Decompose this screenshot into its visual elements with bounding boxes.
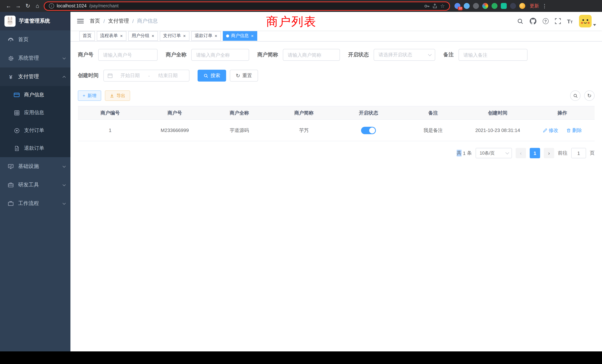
gear-icon xyxy=(7,55,15,61)
extension-icon-6[interactable] xyxy=(501,3,507,9)
page-size-select[interactable]: 10条/页 xyxy=(476,148,512,158)
sidebar-item-pay-order[interactable]: 支付订单 xyxy=(0,122,70,139)
reset-button[interactable]: ↻ 重置 xyxy=(230,70,258,82)
sidebar-item-home[interactable]: 首页 xyxy=(0,30,70,49)
pencil-icon xyxy=(543,128,547,132)
document-icon xyxy=(13,146,21,151)
app-shell: 芋道管理系统 首页 系统管理 ¥ 支付管理 xyxy=(0,12,602,351)
share-icon[interactable] xyxy=(432,3,438,9)
browser-reload-icon[interactable]: ↻ xyxy=(23,0,33,12)
help-icon[interactable]: ? xyxy=(542,18,548,24)
sidebar-item-dev-tools[interactable]: 研发工具 xyxy=(0,176,70,194)
github-icon[interactable] xyxy=(529,18,536,24)
address-bar[interactable]: i localhost:1024/pay/merchant ☆ xyxy=(44,1,450,11)
close-icon[interactable]: × xyxy=(151,33,155,38)
sidebar-item-label: 退款订单 xyxy=(24,145,65,152)
pagination: 共 1 条 10条/页 ‹ 1 › 前往 页 xyxy=(78,148,595,158)
extension-icon-3[interactable] xyxy=(473,3,479,9)
col-status: 开启状态 xyxy=(336,106,401,119)
breadcrumb-payment[interactable]: 支付管理 xyxy=(108,18,129,24)
date-start-placeholder: 开始日期 xyxy=(113,72,148,79)
password-key-icon[interactable] xyxy=(424,3,430,9)
refresh-table-button[interactable]: ↻ xyxy=(584,90,595,101)
sidebar-item-refund-order[interactable]: 退款订单 xyxy=(0,139,70,157)
add-button[interactable]: + 新增 xyxy=(78,90,101,101)
extension-icon-2[interactable] xyxy=(464,3,470,9)
sidebar-item-label: 支付订单 xyxy=(24,127,65,134)
tab-pay-order[interactable]: 支付订单 × xyxy=(160,31,189,41)
tab-process-form[interactable]: 流程表单 × xyxy=(97,31,126,41)
sidebar-item-label: 首页 xyxy=(18,36,65,43)
active-dot-icon xyxy=(226,34,229,37)
sidebar-item-app-info[interactable]: 应用信息 xyxy=(0,104,70,122)
extension-icon-1[interactable]: 10 xyxy=(454,3,460,9)
extension-icon-8[interactable] xyxy=(519,3,525,9)
toggle-search-button[interactable] xyxy=(570,90,580,101)
date-range-picker[interactable]: 开始日期 - 结束日期 xyxy=(103,70,189,82)
bank-card-icon xyxy=(13,92,21,98)
remark-input[interactable] xyxy=(459,49,527,61)
fullscreen-icon[interactable] xyxy=(555,18,561,24)
prev-page-button[interactable]: ‹ xyxy=(516,148,526,158)
extension-icon-4[interactable] xyxy=(482,3,488,9)
export-button[interactable]: 导出 xyxy=(105,90,130,101)
reset-button-label: 重置 xyxy=(242,72,252,79)
close-icon[interactable]: × xyxy=(214,33,218,38)
browser-home-icon[interactable]: ⌂ xyxy=(33,0,42,12)
site-info-icon[interactable]: i xyxy=(49,3,54,9)
pagination-total: 共 1 条 xyxy=(457,150,472,156)
tab-label: 退款订单 xyxy=(195,33,212,39)
grid-icon xyxy=(13,110,21,116)
sidebar-item-infrastructure[interactable]: 基础设施 xyxy=(0,157,70,176)
edit-button[interactable]: 修改 xyxy=(543,127,558,134)
sidebar-item-workflow[interactable]: 工作流程 xyxy=(0,194,70,213)
goto-page-input[interactable] xyxy=(571,148,586,158)
cell-short-name: 芋艿 xyxy=(272,119,336,141)
breadcrumb-home[interactable]: 首页 xyxy=(90,18,100,24)
close-icon[interactable]: × xyxy=(251,33,254,38)
sidebar-item-system[interactable]: 系统管理 xyxy=(0,49,70,67)
merchant-no-input[interactable] xyxy=(98,49,158,61)
merchant-table: 商户编号 商户号 商户全称 商户简称 开启状态 备注 创建时间 操作 1 xyxy=(78,106,595,141)
next-page-button[interactable]: › xyxy=(544,148,554,158)
font-size-icon[interactable]: TT xyxy=(567,18,573,24)
app-title: 芋道管理系统 xyxy=(19,18,50,24)
payment-submenu: 商户信息 应用信息 支付订单 xyxy=(0,86,70,157)
close-icon[interactable]: × xyxy=(120,33,123,38)
delete-button-label: 删除 xyxy=(572,127,582,134)
short-name-input[interactable] xyxy=(283,49,340,61)
sidebar-item-payment[interactable]: ¥ 支付管理 xyxy=(0,67,70,86)
delete-button[interactable]: 删除 xyxy=(566,127,582,134)
merchant-name-input[interactable] xyxy=(191,49,249,61)
download-icon xyxy=(110,93,114,98)
user-menu[interactable] xyxy=(579,15,596,27)
tab-home[interactable]: 首页 xyxy=(79,31,95,41)
extension-icon-7[interactable] xyxy=(510,3,516,9)
sidebar-item-label: 研发工具 xyxy=(18,182,63,188)
collapse-sidebar-icon[interactable] xyxy=(77,19,84,23)
breadcrumb: 首页 / 支付管理 / 商户信息 xyxy=(90,18,158,24)
status-toggle[interactable] xyxy=(361,127,376,134)
search-icon[interactable] xyxy=(517,18,523,24)
browser-back-icon[interactable]: ← xyxy=(4,0,13,12)
sidebar-item-label: 系统管理 xyxy=(18,55,63,62)
browser-forward-icon[interactable]: → xyxy=(13,0,23,12)
extension-icon-5[interactable] xyxy=(492,3,497,9)
tab-user-group[interactable]: 用户分组 × xyxy=(128,31,158,41)
page-button-1[interactable]: 1 xyxy=(530,148,540,158)
filter-merchant-no: 商户号 xyxy=(78,49,158,61)
tab-refund-order[interactable]: 退款订单 × xyxy=(191,31,221,41)
bookmark-star-icon[interactable]: ☆ xyxy=(440,3,445,9)
status-select[interactable]: 请选择开启状态 xyxy=(374,49,435,61)
filter-label: 开启状态 xyxy=(348,52,369,58)
close-icon[interactable]: × xyxy=(183,33,186,38)
browser-menu-icon[interactable]: ⋮ xyxy=(542,3,548,9)
sidebar-item-merchant-info[interactable]: 商户信息 xyxy=(0,86,70,104)
select-placeholder: 请选择开启状态 xyxy=(378,52,412,58)
tab-merchant-info[interactable]: 商户信息 × xyxy=(223,31,257,41)
search-button[interactable]: 搜索 xyxy=(198,70,226,82)
col-create-time: 创建时间 xyxy=(465,106,530,119)
tab-label: 支付订单 xyxy=(163,33,181,39)
sidebar-logo[interactable]: 芋道管理系统 xyxy=(0,12,70,30)
chrome-update-button[interactable]: 更新 xyxy=(530,3,539,9)
